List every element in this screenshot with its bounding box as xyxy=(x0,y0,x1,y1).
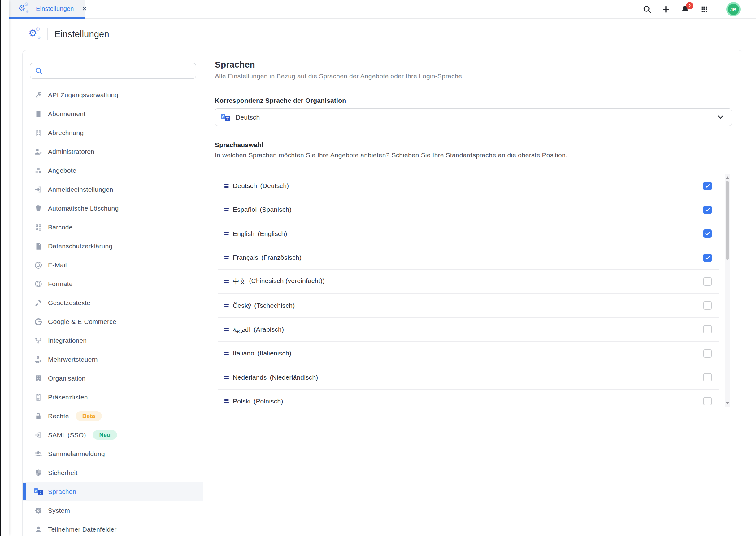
language-checkbox[interactable] xyxy=(704,397,712,405)
language-label: 中文 (Chinesisch (vereinfacht)) xyxy=(233,277,325,286)
sidebar-search[interactable] xyxy=(30,63,196,79)
at-sign-icon xyxy=(34,261,43,269)
language-native-name: 中文 xyxy=(233,277,246,286)
sidebar-item-teilnehmer-datenfelder[interactable]: Teilnehmer Datenfelder xyxy=(22,520,203,536)
language-label: English (Englisch) xyxy=(233,230,287,238)
language-checkbox[interactable] xyxy=(704,301,712,310)
sidebar-item-label: API Zugangsverwaltung xyxy=(48,91,118,99)
sidebar-item-datenschutzerkl-rung[interactable]: Datenschutzerklärung xyxy=(22,237,203,255)
scrollbar[interactable] xyxy=(725,174,730,407)
sidebar-item-label: Abonnement xyxy=(48,110,85,118)
chevron-down-icon xyxy=(716,113,725,121)
tab-einstellungen[interactable]: ⚙⚙⚙ Einstellungen xyxy=(9,0,84,18)
language-label: العربية (Arabisch) xyxy=(233,326,284,333)
sidebar-item-label: Mehrwertsteuern xyxy=(48,356,98,363)
language-row: English (Englisch) xyxy=(218,222,718,246)
sidebar-item-label: Sprachen xyxy=(48,488,77,495)
qr-code-icon xyxy=(34,223,43,231)
plus-icon[interactable] xyxy=(662,5,670,14)
language-checkbox[interactable] xyxy=(704,278,712,286)
sidebar-item-formate[interactable]: Formate xyxy=(22,274,203,293)
drag-handle-icon[interactable] xyxy=(224,399,229,403)
person-icon xyxy=(34,525,43,533)
language-native-name: Český xyxy=(233,302,251,309)
sidebar-item-administratoren[interactable]: Administratoren xyxy=(22,142,203,161)
section-subheading: Alle Einstellungen in Bezug auf die Spra… xyxy=(215,73,742,80)
sidebar-item-label: Abrechnung xyxy=(48,129,83,137)
search-icon xyxy=(35,67,43,75)
language-checkbox[interactable] xyxy=(704,253,712,262)
language-checkbox[interactable] xyxy=(704,373,712,382)
sidebar-item-sprachen[interactable]: A文 Sprachen xyxy=(22,482,203,501)
sidebar-item-integrationen[interactable]: Integrationen xyxy=(22,331,203,350)
sidebar-item-label: Rechte xyxy=(48,413,69,420)
sidebar-item-e-mail[interactable]: E-Mail xyxy=(22,255,203,274)
settings-gears-icon: ⚙⚙⚙ xyxy=(18,4,28,13)
sidebar-item-label: SAML (SSO) xyxy=(48,431,86,439)
language-checkbox[interactable] xyxy=(704,349,712,358)
language-german-name: (Niederländisch) xyxy=(270,374,318,381)
sidebar-item-mehrwertsteuern[interactable]: $ Mehrwertsteuern xyxy=(22,350,203,369)
apps-grid-icon[interactable] xyxy=(700,5,708,14)
language-checkbox[interactable] xyxy=(704,229,712,238)
language-selection-label: Sprachauswahl xyxy=(215,141,742,149)
drag-handle-icon[interactable] xyxy=(224,304,229,307)
drag-handle-icon[interactable] xyxy=(224,352,229,355)
bell-icon[interactable]: 2 xyxy=(680,5,690,14)
drag-handle-icon[interactable] xyxy=(224,208,229,212)
sidebar-item-gesetzestexte[interactable]: Gesetzestexte xyxy=(22,293,203,312)
key-icon xyxy=(34,91,43,99)
sidebar-item-system[interactable]: System xyxy=(22,501,203,520)
sidebar-item-organisation[interactable]: Organisation xyxy=(22,369,203,388)
building-icon xyxy=(34,374,43,383)
badge-beta: Beta xyxy=(76,411,102,421)
clipboard-icon xyxy=(34,393,43,401)
language-checkbox[interactable] xyxy=(704,325,712,333)
drag-handle-icon[interactable] xyxy=(224,232,229,235)
sidebar-item-abrechnung[interactable]: Abrechnung xyxy=(22,123,203,142)
language-checkbox[interactable] xyxy=(704,182,712,190)
sidebar-item-automatische-l-schung[interactable]: Automatische Löschung xyxy=(22,199,203,218)
scrollbar-down-icon[interactable] xyxy=(726,402,729,404)
sidebar-item-anmeldeeinstellungen[interactable]: Anmeldeeinstellungen xyxy=(22,180,203,199)
admin-user-icon xyxy=(34,148,43,156)
sidebar-item-barcode[interactable]: Barcode xyxy=(22,218,203,237)
drag-handle-icon[interactable] xyxy=(224,184,229,188)
scrollbar-up-icon[interactable] xyxy=(726,177,729,179)
language-native-name: Polski xyxy=(233,398,250,405)
sidebar-item-angebote[interactable]: Angebote xyxy=(22,161,203,180)
sidebar-item-label: Angebote xyxy=(48,167,77,174)
tab-close-icon[interactable] xyxy=(82,6,88,12)
sidebar-item-label: Barcode xyxy=(48,223,73,231)
language-checkbox[interactable] xyxy=(704,206,712,214)
drag-handle-icon[interactable] xyxy=(224,280,229,283)
sidebar-item-pr-senzlisten[interactable]: Präsenzlisten xyxy=(22,388,203,407)
sidebar-search-input[interactable] xyxy=(46,67,191,75)
svg-text:$: $ xyxy=(37,355,39,360)
scrollbar-thumb[interactable] xyxy=(726,181,729,260)
drag-handle-icon[interactable] xyxy=(224,376,229,379)
sidebar-item-api-zugangsverwaltung[interactable]: API Zugangsverwaltung xyxy=(22,85,203,104)
settings-content: Sprachen Alle Einstellungen in Bezug auf… xyxy=(203,50,742,536)
sidebar-item-sicherheit[interactable]: Sicherheit xyxy=(22,463,203,482)
language-row: Polski (Polnisch) xyxy=(218,389,718,407)
drag-handle-icon[interactable] xyxy=(224,328,229,331)
tab-label: Einstellungen xyxy=(36,5,74,13)
sidebar-item-sammelanmeldung[interactable]: Sammelanmeldung xyxy=(22,444,203,463)
avatar[interactable]: JB xyxy=(726,2,740,17)
sidebar-item-google-e-commerce[interactable]: Google & E-Commerce xyxy=(22,312,203,331)
search-icon[interactable] xyxy=(643,5,651,14)
language-label: Italiano (Italienisch) xyxy=(233,350,291,357)
translate-icon: A文 xyxy=(221,114,230,121)
sidebar-item-rechte[interactable]: RechteBeta xyxy=(22,407,203,425)
language-row: Deutsch (Deutsch) xyxy=(218,174,718,198)
topbar-actions: 2 JB xyxy=(643,0,740,18)
sidebar-item-saml-sso[interactable]: SAML (SSO)Neu xyxy=(22,425,203,444)
collapsed-left-rail xyxy=(0,0,9,536)
language-native-name: Nederlands xyxy=(233,374,267,381)
drag-handle-icon[interactable] xyxy=(224,256,229,259)
sidebar-item-abonnement[interactable]: Abonnement xyxy=(22,104,203,123)
avatar-initials: JB xyxy=(728,4,739,15)
language-german-name: (Tschechisch) xyxy=(254,302,295,309)
correspondence-language-select[interactable]: A文 Deutsch xyxy=(215,108,732,126)
